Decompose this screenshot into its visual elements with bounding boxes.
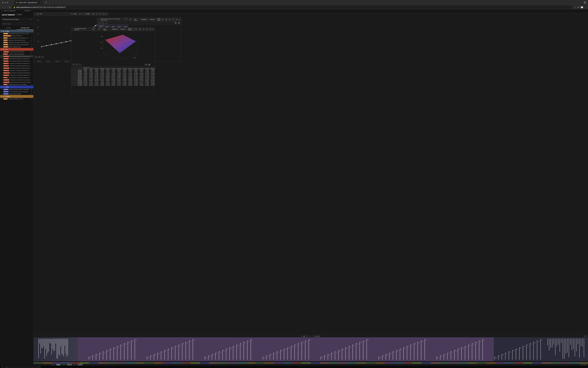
prev-icon[interactable]: ◀: [316, 335, 317, 337]
folder-badge[interactable]: MDMAX: [67, 364, 72, 366]
waveform-display[interactable]: [34, 337, 588, 361]
tree-item[interactable]: ✓KFLBTS_0Lambda for Component protection…: [0, 69, 33, 72]
panel-back-icon[interactable]: ‹: [35, 13, 35, 15]
tree-item[interactable]: ▸DPMAXDiagnosis: Plausibility check Maxi…: [0, 41, 33, 44]
tree-item[interactable]: ▸BTKATOperating temperature the catalyst…: [0, 83, 33, 86]
tree-item[interactable]: ✓KFFDLBTFactor Delta Lambda for Componen…: [0, 60, 33, 62]
tree-item[interactable]: ▸HDRFSOLFuel pressure Setpoint BDE(4): [0, 51, 33, 53]
tab-close-icon[interactable]: ×: [40, 1, 41, 4]
fit-icon[interactable]: ⟷: [309, 335, 311, 337]
search-input[interactable]: [1, 22, 32, 25]
back-to-dashboard-link[interactable]: Back to Dashboard: [4, 10, 16, 11]
first-icon[interactable]: |◀: [314, 335, 315, 337]
grid-icon[interactable]: ⊞: [178, 22, 180, 24]
tree-item[interactable]: ▸NMAXMDEngine speed limitation(11): [0, 93, 33, 95]
tree-item[interactable]: ▸YCMRIMCoordination moment reserve to ca…: [0, 33, 33, 35]
maximize-window[interactable]: [7, 2, 8, 3]
list-icon[interactable]: ≡: [312, 335, 313, 337]
tree-item[interactable]: ✓KFLBTSLOspecific Enrichment for high we…: [0, 67, 33, 69]
profile-badge[interactable]: Ide: [581, 7, 583, 8]
tree-item[interactable]: ▸UFMGULETC monitoring concept: Calculati…: [0, 91, 33, 93]
surface-3d-plot[interactable]: 100 80 60 1/min: [96, 33, 145, 62]
engine-data-table[interactable]: 1/min (1/min) →500.000700.000800.0001000…: [71, 67, 155, 92]
minimize-window[interactable]: [4, 2, 6, 3]
grid-icon[interactable]: ⊞: [148, 63, 150, 66]
close-icon[interactable]: ×: [152, 28, 154, 30]
url-bar[interactable]: 🔒 editor.speedweaver.co.uk/d6335762-e29e…: [12, 5, 572, 9]
plus-icon[interactable]: +: [102, 22, 104, 24]
dropdown-actual[interactable]: Actual▾: [120, 28, 126, 30]
tab-overflow-icon[interactable]: ⌄: [584, 1, 586, 4]
close-window[interactable]: [2, 2, 3, 3]
section-fuel[interactable]: ▾⚑Fuel: [0, 48, 33, 51]
subsection-lambda[interactable]: ▾LAMBTSLambda component protection(13): [0, 53, 33, 55]
last-icon[interactable]: ▶|: [319, 335, 320, 337]
menu-icon[interactable]: ⋮: [585, 7, 586, 8]
undo-icon[interactable]: ↶: [96, 13, 98, 15]
map-badge[interactable]: KFMIOP: [77, 364, 83, 366]
tree-item[interactable]: ✓KFLBTS…Lambda for Component protection …: [0, 64, 33, 67]
tree-item[interactable]: ✓KFLBTS_2Lambda for Component protection…: [0, 74, 33, 76]
dropdown-view[interactable]: Table Only▾: [157, 18, 164, 21]
minus-icon[interactable]: −: [79, 63, 81, 66]
tree-item[interactable]: ▸DFPM_GGC…DFPM_GGCEGSPL: [0, 35, 33, 37]
lock-icon[interactable]: ↔: [72, 63, 75, 66]
minus-icon[interactable]: −: [105, 22, 107, 24]
bookmark-icon[interactable]: ☆: [574, 6, 576, 8]
target-icon[interactable]: ◎: [138, 28, 141, 31]
tree-item[interactable]: ✓KFFDLBTFactor Delta Lambda for Componen…: [0, 57, 33, 60]
warning-icon[interactable]: ⚠: [103, 13, 105, 15]
browser-tab[interactable]: Demo File - Speedweaver ×: [14, 0, 43, 5]
close-icon[interactable]: ×: [106, 13, 107, 15]
tree-item[interactable]: ✓RLTAKRBSThreshold rl im Manifold for co…: [0, 79, 33, 81]
redo-icon[interactable]: ↷: [145, 28, 148, 31]
section-limits[interactable]: ▾→|Limits: [0, 86, 33, 88]
redo-icon[interactable]: ↷: [172, 18, 175, 21]
tab-all-maps[interactable]: All Maps: [0, 26, 17, 29]
tree-item[interactable]: ▸DLSAHKOxygen sensor aging monitoring be…: [0, 44, 33, 46]
zoom-16[interactable]: 16: [303, 335, 305, 337]
tree-item[interactable]: ▸DLDUVDiagnosis Diverter valve parallel …: [0, 37, 33, 39]
tree-item[interactable]: ✓DLBTSDelta Lambda for Component protect…: [0, 76, 33, 79]
copy-icon[interactable]: ⧉: [92, 13, 95, 15]
fullscreen-button[interactable]: Fullscreen: [24, 10, 30, 11]
forward-button[interactable]: →: [5, 6, 7, 8]
lock-icon[interactable]: ↔: [35, 56, 37, 58]
lock-icon[interactable]: ↔: [98, 22, 101, 24]
tree-item[interactable]: ▸UFMBEGEGAS monitoring concept: Permissa…: [0, 88, 33, 91]
undo-icon[interactable]: ↶: [142, 28, 145, 31]
plus-icon[interactable]: +: [38, 56, 41, 58]
new-tab-button[interactable]: +: [45, 1, 46, 4]
section-config[interactable]: ▾☁Config: [0, 30, 33, 33]
tree-item[interactable]: ✓DFRLBTSNRelative reduction the maximum …: [0, 81, 33, 83]
hex-viewer-link[interactable]: Hex Viewer: [580, 364, 587, 365]
dropdown-modified[interactable]: Modified▾: [141, 18, 148, 20]
copy-icon[interactable]: ⧉: [165, 18, 168, 21]
undo-icon[interactable]: ↶: [169, 18, 171, 21]
plus-icon[interactable]: +: [75, 63, 78, 66]
tab-my-maps[interactable]: My Maps (107): [17, 26, 34, 29]
tree-item[interactable]: ✓KFLBTS…Lambda for Component protection …: [0, 62, 33, 64]
reload-button[interactable]: ⟳: [9, 6, 11, 8]
zoom-8[interactable]: 8: [301, 335, 302, 337]
warning-icon[interactable]: ⚠: [176, 18, 178, 21]
percent-toggle[interactable]: %: [144, 64, 147, 66]
dropdown-view[interactable]: Table + Visual▾: [127, 28, 137, 31]
tree-item[interactable]: ▸DHFMPLSystem diagnosis MAF(3): [0, 46, 33, 48]
warning-icon[interactable]: ⚠: [149, 28, 152, 31]
tree-item[interactable]: ▸DLDRDiagnosis boost pressure control(14…: [0, 39, 33, 41]
back-button[interactable]: ←: [2, 6, 4, 8]
extensions-icon[interactable]: ✦: [577, 6, 579, 8]
dropdown-actual[interactable]: Actual▾: [149, 18, 155, 20]
tree-item[interactable]: ✓KFLBTS_1…Lambda for Component protectio…: [0, 72, 33, 74]
group-badge[interactable]: Torque: [56, 364, 61, 366]
dropdown-modified[interactable]: Modified▾: [111, 28, 119, 30]
map-pack-dropdown[interactable]: Full Map Pack (2151 Maps) ▾: [1, 18, 32, 21]
redo-icon[interactable]: ↷: [99, 13, 102, 15]
tree-item[interactable]: ✓KFFDLBT…Factor Delta Lambda for Compone…: [0, 55, 33, 57]
minus-icon[interactable]: −: [41, 56, 44, 58]
hide-button[interactable]: HIDE: [584, 335, 587, 337]
zoom-32[interactable]: 32: [306, 335, 308, 337]
tree-item[interactable]: ▸ATRExhaust temperature control(3): [0, 98, 33, 100]
section-thermal[interactable]: ▾🌡Thermal: [0, 95, 33, 98]
